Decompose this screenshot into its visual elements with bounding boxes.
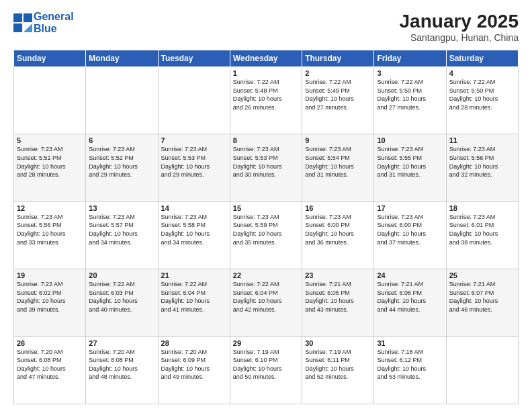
day-number: 8 [233,136,299,144]
calendar-cell: 31Sunrise: 7:18 AM Sunset: 6:12 PM Dayli… [374,336,446,404]
day-detail: Sunrise: 7:23 AM Sunset: 5:52 PM Dayligh… [89,145,154,179]
day-number: 17 [377,204,443,212]
day-detail: Sunrise: 7:23 AM Sunset: 5:59 PM Dayligh… [233,213,299,246]
day-number: 31 [377,339,443,347]
calendar-week-row: 12Sunrise: 7:23 AM Sunset: 5:56 PM Dayli… [14,201,519,269]
calendar-cell: 22Sunrise: 7:22 AM Sunset: 6:04 PM Dayli… [230,269,302,336]
calendar-cell: 26Sunrise: 7:20 AM Sunset: 6:08 PM Dayli… [14,336,86,404]
day-detail: Sunrise: 7:23 AM Sunset: 6:00 PM Dayligh… [377,213,443,246]
calendar-cell: 10Sunrise: 7:23 AM Sunset: 5:55 PM Dayli… [374,134,446,201]
calendar-cell [86,67,158,134]
calendar-cell: 29Sunrise: 7:19 AM Sunset: 6:10 PM Dayli… [230,336,302,404]
day-number: 14 [161,204,227,212]
day-detail: Sunrise: 7:19 AM Sunset: 6:11 PM Dayligh… [305,348,371,381]
calendar-header-sunday: Sunday [14,50,86,67]
day-number: 29 [233,339,299,347]
calendar-table: SundayMondayTuesdayWednesdayThursdayFrid… [13,50,519,404]
calendar-week-row: 1Sunrise: 7:22 AM Sunset: 5:48 PM Daylig… [14,67,519,134]
day-number: 23 [305,271,371,279]
calendar-cell: 18Sunrise: 7:23 AM Sunset: 6:01 PM Dayli… [446,201,518,269]
svg-rect-0 [13,13,22,22]
day-detail: Sunrise: 7:23 AM Sunset: 5:55 PM Dayligh… [377,145,443,179]
day-number: 15 [233,204,299,212]
calendar-cell: 23Sunrise: 7:21 AM Sunset: 6:05 PM Dayli… [302,269,374,336]
day-number: 9 [305,136,371,144]
calendar-cell: 19Sunrise: 7:22 AM Sunset: 6:02 PM Dayli… [14,269,86,336]
calendar-cell: 30Sunrise: 7:19 AM Sunset: 6:11 PM Dayli… [302,336,374,404]
day-number: 19 [17,271,83,279]
day-number: 20 [89,271,154,279]
day-detail: Sunrise: 7:23 AM Sunset: 5:53 PM Dayligh… [233,145,299,179]
header: General Blue January 2025 Santangpu, Hun… [13,11,519,43]
day-detail: Sunrise: 7:20 AM Sunset: 6:08 PM Dayligh… [17,348,83,381]
calendar-cell: 17Sunrise: 7:23 AM Sunset: 6:00 PM Dayli… [374,201,446,269]
calendar-cell: 16Sunrise: 7:23 AM Sunset: 6:00 PM Dayli… [302,201,374,269]
calendar-cell: 5Sunrise: 7:23 AM Sunset: 5:51 PM Daylig… [14,134,86,201]
calendar-header-monday: Monday [86,50,158,67]
main-title: January 2025 [400,11,519,32]
day-number: 16 [305,204,371,212]
day-detail: Sunrise: 7:23 AM Sunset: 5:56 PM Dayligh… [449,145,515,179]
day-number: 28 [161,339,227,347]
calendar-cell [446,336,518,404]
day-detail: Sunrise: 7:22 AM Sunset: 5:50 PM Dayligh… [449,78,515,111]
day-detail: Sunrise: 7:23 AM Sunset: 6:00 PM Dayligh… [305,213,371,246]
logo: General Blue [13,11,74,34]
day-number: 2 [305,69,371,77]
calendar-cell: 11Sunrise: 7:23 AM Sunset: 5:56 PM Dayli… [446,134,518,201]
day-number: 11 [449,136,515,144]
calendar-cell: 27Sunrise: 7:20 AM Sunset: 6:08 PM Dayli… [86,336,158,404]
day-detail: Sunrise: 7:21 AM Sunset: 6:07 PM Dayligh… [449,280,515,314]
day-detail: Sunrise: 7:22 AM Sunset: 5:48 PM Dayligh… [233,78,299,111]
calendar-cell: 6Sunrise: 7:23 AM Sunset: 5:52 PM Daylig… [86,134,158,201]
day-detail: Sunrise: 7:20 AM Sunset: 6:08 PM Dayligh… [89,348,154,381]
calendar-cell: 1Sunrise: 7:22 AM Sunset: 5:48 PM Daylig… [230,67,302,134]
day-detail: Sunrise: 7:22 AM Sunset: 6:03 PM Dayligh… [89,280,154,314]
calendar-cell: 25Sunrise: 7:21 AM Sunset: 6:07 PM Dayli… [446,269,518,336]
title-block: January 2025 Santangpu, Hunan, China [400,11,519,43]
day-detail: Sunrise: 7:21 AM Sunset: 6:06 PM Dayligh… [377,280,443,314]
calendar-cell: 13Sunrise: 7:23 AM Sunset: 5:57 PM Dayli… [86,201,158,269]
calendar-cell: 21Sunrise: 7:22 AM Sunset: 6:04 PM Dayli… [158,269,230,336]
calendar-cell: 24Sunrise: 7:21 AM Sunset: 6:06 PM Dayli… [374,269,446,336]
day-detail: Sunrise: 7:22 AM Sunset: 6:02 PM Dayligh… [17,280,83,314]
day-number: 3 [377,69,443,77]
calendar-week-row: 19Sunrise: 7:22 AM Sunset: 6:02 PM Dayli… [14,269,519,336]
day-detail: Sunrise: 7:23 AM Sunset: 5:58 PM Dayligh… [161,213,227,246]
calendar-cell: 4Sunrise: 7:22 AM Sunset: 5:50 PM Daylig… [446,67,518,134]
calendar-cell: 14Sunrise: 7:23 AM Sunset: 5:58 PM Dayli… [158,201,230,269]
calendar-cell [158,67,230,134]
day-detail: Sunrise: 7:23 AM Sunset: 5:57 PM Dayligh… [89,213,154,246]
day-number: 25 [449,271,515,279]
day-detail: Sunrise: 7:23 AM Sunset: 5:53 PM Dayligh… [161,145,227,179]
calendar-header-row: SundayMondayTuesdayWednesdayThursdayFrid… [14,50,519,67]
calendar-cell: 28Sunrise: 7:20 AM Sunset: 6:09 PM Dayli… [158,336,230,404]
day-number: 7 [161,136,227,144]
day-detail: Sunrise: 7:22 AM Sunset: 5:49 PM Dayligh… [305,78,371,111]
calendar-header-friday: Friday [374,50,446,67]
calendar-cell [14,67,86,134]
day-detail: Sunrise: 7:22 AM Sunset: 6:04 PM Dayligh… [233,280,299,314]
svg-marker-3 [24,24,32,32]
day-number: 6 [89,136,154,144]
logo-text: General Blue [34,11,74,34]
calendar-cell: 3Sunrise: 7:22 AM Sunset: 5:50 PM Daylig… [374,67,446,134]
day-detail: Sunrise: 7:23 AM Sunset: 6:01 PM Dayligh… [449,213,515,246]
day-number: 1 [233,69,299,77]
calendar-cell: 7Sunrise: 7:23 AM Sunset: 5:53 PM Daylig… [158,134,230,201]
calendar-header-wednesday: Wednesday [230,50,302,67]
calendar-cell: 20Sunrise: 7:22 AM Sunset: 6:03 PM Dayli… [86,269,158,336]
day-number: 24 [377,271,443,279]
day-number: 22 [233,271,299,279]
calendar-header-thursday: Thursday [302,50,374,67]
calendar-cell: 2Sunrise: 7:22 AM Sunset: 5:49 PM Daylig… [302,67,374,134]
calendar-week-row: 26Sunrise: 7:20 AM Sunset: 6:08 PM Dayli… [14,336,519,404]
logo-icon [13,13,32,32]
day-detail: Sunrise: 7:21 AM Sunset: 6:05 PM Dayligh… [305,280,371,314]
day-detail: Sunrise: 7:23 AM Sunset: 5:51 PM Dayligh… [17,145,83,179]
calendar-cell: 8Sunrise: 7:23 AM Sunset: 5:53 PM Daylig… [230,134,302,201]
day-number: 13 [89,204,154,212]
page: General Blue January 2025 Santangpu, Hun… [0,0,532,411]
day-number: 18 [449,204,515,212]
day-detail: Sunrise: 7:23 AM Sunset: 5:56 PM Dayligh… [17,213,83,246]
